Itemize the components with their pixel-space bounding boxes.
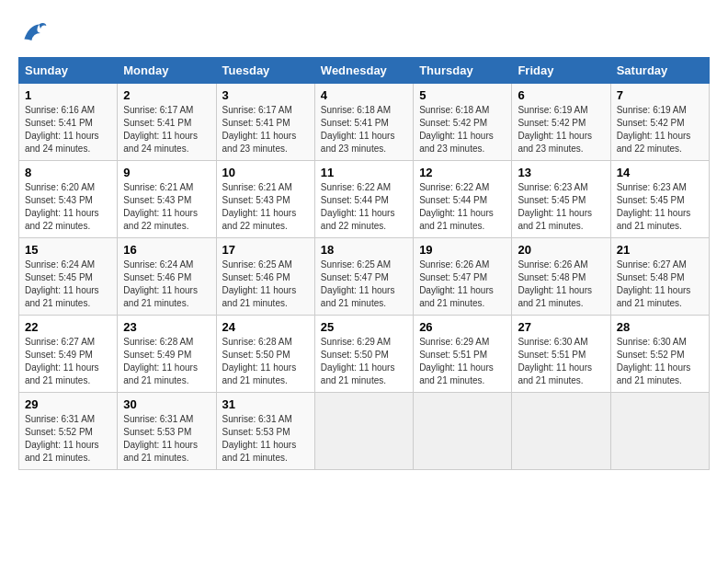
day-info: Sunrise: 6:24 AM Sunset: 5:46 PM Dayligh… bbox=[123, 259, 210, 310]
day-number: 6 bbox=[518, 88, 604, 102]
day-info: Sunrise: 6:27 AM Sunset: 5:48 PM Dayligh… bbox=[617, 259, 703, 310]
day-info: Sunrise: 6:18 AM Sunset: 5:41 PM Dayligh… bbox=[321, 104, 407, 155]
day-cell: 30Sunrise: 6:31 AM Sunset: 5:53 PM Dayli… bbox=[118, 393, 216, 470]
day-info: Sunrise: 6:17 AM Sunset: 5:41 PM Dayligh… bbox=[123, 104, 210, 155]
day-cell: 8Sunrise: 6:20 AM Sunset: 5:43 PM Daylig… bbox=[19, 161, 118, 238]
day-cell: 29Sunrise: 6:31 AM Sunset: 5:52 PM Dayli… bbox=[19, 393, 118, 470]
day-cell: 6Sunrise: 6:19 AM Sunset: 5:42 PM Daylig… bbox=[512, 84, 610, 161]
day-cell: 31Sunrise: 6:31 AM Sunset: 5:53 PM Dayli… bbox=[216, 393, 314, 470]
day-info: Sunrise: 6:22 AM Sunset: 5:44 PM Dayligh… bbox=[419, 181, 506, 233]
day-number: 10 bbox=[222, 166, 309, 179]
day-info: Sunrise: 6:28 AM Sunset: 5:50 PM Dayligh… bbox=[222, 336, 309, 387]
day-cell: 19Sunrise: 6:26 AM Sunset: 5:47 PM Dayli… bbox=[414, 238, 512, 316]
day-number: 13 bbox=[518, 166, 604, 179]
day-number: 31 bbox=[222, 397, 309, 411]
day-info: Sunrise: 6:21 AM Sunset: 5:43 PM Dayligh… bbox=[222, 181, 309, 233]
day-cell: 27Sunrise: 6:30 AM Sunset: 5:51 PM Dayli… bbox=[512, 316, 610, 393]
day-number: 9 bbox=[123, 166, 210, 179]
day-cell: 28Sunrise: 6:30 AM Sunset: 5:52 PM Dayli… bbox=[610, 316, 709, 393]
day-info: Sunrise: 6:16 AM Sunset: 5:41 PM Dayligh… bbox=[25, 104, 111, 155]
day-cell: 26Sunrise: 6:29 AM Sunset: 5:51 PM Dayli… bbox=[414, 316, 512, 393]
day-number: 21 bbox=[617, 243, 703, 257]
day-info: Sunrise: 6:23 AM Sunset: 5:45 PM Dayligh… bbox=[518, 181, 604, 233]
day-number: 14 bbox=[617, 166, 703, 179]
day-cell: 10Sunrise: 6:21 AM Sunset: 5:43 PM Dayli… bbox=[216, 161, 314, 238]
day-number: 7 bbox=[617, 88, 703, 102]
day-cell: 15Sunrise: 6:24 AM Sunset: 5:45 PM Dayli… bbox=[19, 238, 118, 316]
day-info: Sunrise: 6:31 AM Sunset: 5:53 PM Dayligh… bbox=[222, 413, 309, 465]
day-cell: 1Sunrise: 6:16 AM Sunset: 5:41 PM Daylig… bbox=[19, 84, 118, 161]
col-header-friday: Friday bbox=[512, 58, 610, 84]
week-row-4: 22Sunrise: 6:27 AM Sunset: 5:49 PM Dayli… bbox=[19, 316, 710, 393]
col-header-wednesday: Wednesday bbox=[314, 58, 413, 84]
day-number: 22 bbox=[25, 320, 111, 334]
day-cell: 22Sunrise: 6:27 AM Sunset: 5:49 PM Dayli… bbox=[19, 316, 118, 393]
day-number: 30 bbox=[123, 397, 210, 411]
logo bbox=[18, 18, 51, 48]
day-cell: 5Sunrise: 6:18 AM Sunset: 5:42 PM Daylig… bbox=[414, 84, 512, 161]
day-info: Sunrise: 6:29 AM Sunset: 5:50 PM Dayligh… bbox=[321, 336, 407, 387]
day-number: 4 bbox=[321, 88, 407, 102]
col-header-monday: Monday bbox=[118, 58, 216, 84]
day-info: Sunrise: 6:22 AM Sunset: 5:44 PM Dayligh… bbox=[321, 181, 407, 233]
day-info: Sunrise: 6:20 AM Sunset: 5:43 PM Dayligh… bbox=[25, 181, 111, 233]
day-number: 27 bbox=[518, 320, 604, 334]
day-info: Sunrise: 6:25 AM Sunset: 5:47 PM Dayligh… bbox=[321, 259, 407, 310]
day-number: 5 bbox=[419, 88, 506, 102]
col-header-sunday: Sunday bbox=[19, 58, 118, 84]
day-cell: 12Sunrise: 6:22 AM Sunset: 5:44 PM Dayli… bbox=[414, 161, 512, 238]
day-cell: 3Sunrise: 6:17 AM Sunset: 5:41 PM Daylig… bbox=[216, 84, 314, 161]
day-cell bbox=[610, 393, 709, 470]
day-info: Sunrise: 6:23 AM Sunset: 5:45 PM Dayligh… bbox=[617, 181, 703, 233]
day-info: Sunrise: 6:30 AM Sunset: 5:52 PM Dayligh… bbox=[617, 336, 703, 387]
day-info: Sunrise: 6:28 AM Sunset: 5:49 PM Dayligh… bbox=[123, 336, 210, 387]
day-number: 19 bbox=[419, 243, 506, 257]
logo-bird-icon bbox=[18, 18, 48, 48]
day-number: 18 bbox=[321, 243, 407, 257]
day-number: 20 bbox=[518, 243, 604, 257]
calendar-header-row: SundayMondayTuesdayWednesdayThursdayFrid… bbox=[19, 58, 710, 84]
day-cell: 23Sunrise: 6:28 AM Sunset: 5:49 PM Dayli… bbox=[118, 316, 216, 393]
day-cell: 21Sunrise: 6:27 AM Sunset: 5:48 PM Dayli… bbox=[610, 238, 709, 316]
day-info: Sunrise: 6:21 AM Sunset: 5:43 PM Dayligh… bbox=[123, 181, 210, 233]
day-number: 17 bbox=[222, 243, 309, 257]
day-cell: 14Sunrise: 6:23 AM Sunset: 5:45 PM Dayli… bbox=[610, 161, 709, 238]
day-info: Sunrise: 6:31 AM Sunset: 5:53 PM Dayligh… bbox=[123, 413, 210, 465]
day-cell: 17Sunrise: 6:25 AM Sunset: 5:46 PM Dayli… bbox=[216, 238, 314, 316]
day-cell: 24Sunrise: 6:28 AM Sunset: 5:50 PM Dayli… bbox=[216, 316, 314, 393]
page-header bbox=[18, 18, 710, 48]
day-info: Sunrise: 6:31 AM Sunset: 5:52 PM Dayligh… bbox=[25, 413, 111, 465]
day-cell: 25Sunrise: 6:29 AM Sunset: 5:50 PM Dayli… bbox=[314, 316, 413, 393]
col-header-saturday: Saturday bbox=[610, 58, 709, 84]
day-info: Sunrise: 6:24 AM Sunset: 5:45 PM Dayligh… bbox=[25, 259, 111, 310]
day-cell: 2Sunrise: 6:17 AM Sunset: 5:41 PM Daylig… bbox=[118, 84, 216, 161]
day-number: 26 bbox=[419, 320, 506, 334]
day-info: Sunrise: 6:17 AM Sunset: 5:41 PM Dayligh… bbox=[222, 104, 309, 155]
day-cell bbox=[512, 393, 610, 470]
day-number: 2 bbox=[123, 88, 210, 102]
day-info: Sunrise: 6:25 AM Sunset: 5:46 PM Dayligh… bbox=[222, 259, 309, 310]
day-cell: 9Sunrise: 6:21 AM Sunset: 5:43 PM Daylig… bbox=[118, 161, 216, 238]
day-number: 12 bbox=[419, 166, 506, 179]
week-row-1: 1Sunrise: 6:16 AM Sunset: 5:41 PM Daylig… bbox=[19, 84, 710, 161]
day-cell: 20Sunrise: 6:26 AM Sunset: 5:48 PM Dayli… bbox=[512, 238, 610, 316]
day-info: Sunrise: 6:27 AM Sunset: 5:49 PM Dayligh… bbox=[25, 336, 111, 387]
day-info: Sunrise: 6:26 AM Sunset: 5:48 PM Dayligh… bbox=[518, 259, 604, 310]
day-number: 1 bbox=[25, 88, 111, 102]
calendar-table: SundayMondayTuesdayWednesdayThursdayFrid… bbox=[18, 57, 710, 470]
day-number: 23 bbox=[123, 320, 210, 334]
day-info: Sunrise: 6:19 AM Sunset: 5:42 PM Dayligh… bbox=[617, 104, 703, 155]
day-number: 28 bbox=[617, 320, 703, 334]
day-info: Sunrise: 6:26 AM Sunset: 5:47 PM Dayligh… bbox=[419, 259, 506, 310]
day-number: 11 bbox=[321, 166, 407, 179]
day-cell: 7Sunrise: 6:19 AM Sunset: 5:42 PM Daylig… bbox=[610, 84, 709, 161]
day-number: 15 bbox=[25, 243, 111, 257]
day-cell: 18Sunrise: 6:25 AM Sunset: 5:47 PM Dayli… bbox=[314, 238, 413, 316]
day-info: Sunrise: 6:18 AM Sunset: 5:42 PM Dayligh… bbox=[419, 104, 506, 155]
day-cell: 16Sunrise: 6:24 AM Sunset: 5:46 PM Dayli… bbox=[118, 238, 216, 316]
day-number: 24 bbox=[222, 320, 309, 334]
week-row-2: 8Sunrise: 6:20 AM Sunset: 5:43 PM Daylig… bbox=[19, 161, 710, 238]
day-info: Sunrise: 6:30 AM Sunset: 5:51 PM Dayligh… bbox=[518, 336, 604, 387]
day-number: 16 bbox=[123, 243, 210, 257]
day-number: 25 bbox=[321, 320, 407, 334]
